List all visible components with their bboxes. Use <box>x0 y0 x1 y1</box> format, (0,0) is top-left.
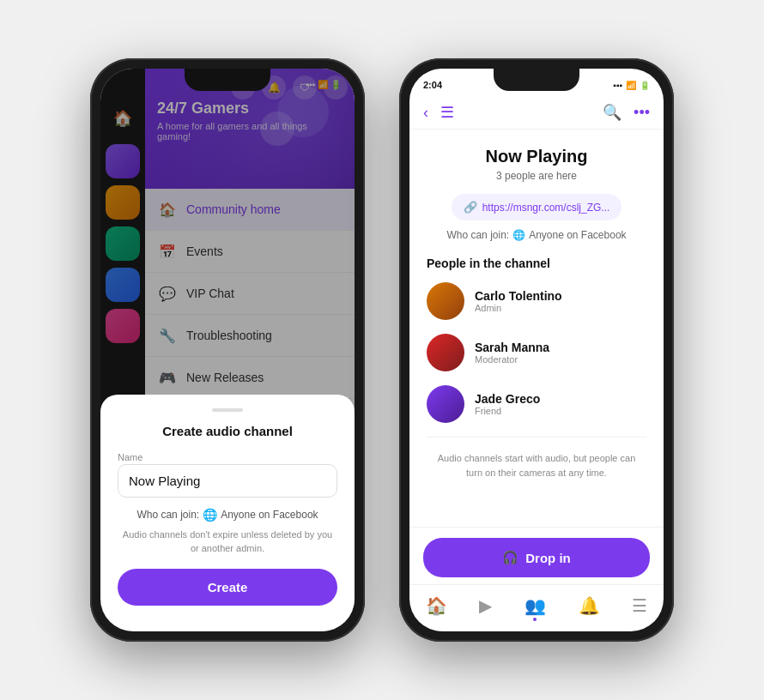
people-section-title: People in the channel <box>427 256 646 270</box>
modal-drag-handle[interactable] <box>212 408 243 412</box>
person-name-jade: Jade Greco <box>475 392 540 406</box>
person-info-carlo: Carlo Tolentino Admin <box>475 289 562 313</box>
p2-header-right: 🔍 ••• <box>603 103 650 122</box>
who-value: Anyone on Facebook <box>221 509 318 521</box>
create-button[interactable]: Create <box>118 569 337 606</box>
person-row-1: Carlo Tolentino Admin <box>427 282 646 320</box>
name-field-label: Name <box>118 452 337 462</box>
p2-header-left: ‹ ☰ <box>423 103 454 122</box>
who-join-row: Who can join: 🌐 Anyone on Facebook <box>427 229 646 241</box>
p2-signal: ▪▪▪ <box>613 81 622 90</box>
person-name-sarah: Sarah Manna <box>475 341 549 354</box>
tab-home[interactable]: 🏠 <box>415 592 458 619</box>
p2-header: ‹ ☰ 🔍 ••• <box>409 96 664 130</box>
channel-info-text: Audio channels start with audio, but peo… <box>427 437 646 493</box>
globe-icon: 🌐 <box>203 508 217 522</box>
menu-icon[interactable]: ☰ <box>440 103 454 122</box>
headphones-icon: 🎧 <box>502 550 518 565</box>
notch-2 <box>494 69 579 91</box>
person-row-3: Jade Greco Friend <box>427 385 646 423</box>
p2-wifi: 📶 <box>626 81 636 90</box>
phone-2: 2:04 ▪▪▪ 📶 🔋 ‹ ☰ 🔍 ••• <box>399 58 674 642</box>
channel-subtitle: 3 people are here <box>427 170 646 182</box>
who-join-label: Who can join: <box>446 229 509 241</box>
drop-in-label: Drop in <box>525 551 571 565</box>
tab-notifications[interactable]: 🔔 <box>568 592 610 619</box>
phone2-content: 2:04 ▪▪▪ 📶 🔋 ‹ ☰ 🔍 ••• <box>409 69 664 631</box>
p2-main: Now Playing 3 people are here 🔗 https://… <box>409 130 664 527</box>
drop-in-section: 🎧 Drop in <box>409 527 664 584</box>
channel-link[interactable]: 🔗 https://msngr.com/cslj_ZG... <box>452 194 622 220</box>
active-dot <box>533 618 537 621</box>
channel-name-input[interactable] <box>118 464 337 498</box>
person-info-sarah: Sarah Manna Moderator <box>475 341 549 365</box>
who-label: Who can join: <box>136 509 199 521</box>
person-role-sarah: Moderator <box>475 354 549 365</box>
person-role-carlo: Admin <box>475 303 562 313</box>
search-icon[interactable]: 🔍 <box>603 103 622 122</box>
person-name-carlo: Carlo Tolentino <box>475 289 562 303</box>
channel-title: Now Playing <box>427 147 646 166</box>
p2-battery: 🔋 <box>640 81 650 90</box>
p2-signal-icons: ▪▪▪ 📶 🔋 <box>613 81 650 90</box>
more-icon[interactable]: ••• <box>634 104 650 122</box>
phone1-content: ▪▪▪ 📶 🔋 🏠 <box>100 69 355 631</box>
p2-time: 2:04 <box>423 80 442 90</box>
who-can-join-row: Who can join: 🌐 Anyone on Facebook <box>118 508 337 522</box>
person-info-jade: Jade Greco Friend <box>475 392 540 416</box>
drop-in-button[interactable]: 🎧 Drop in <box>423 538 650 577</box>
modal-overlay[interactable]: Create audio channel Name Who can join: … <box>100 69 355 631</box>
who-join-value: Anyone on Facebook <box>529 229 626 241</box>
modal-disclaimer: Audio channels don't expire unless delet… <box>118 528 337 555</box>
phone-1: ▪▪▪ 📶 🔋 🏠 <box>90 58 365 642</box>
tab-play[interactable]: ▶ <box>469 592 502 619</box>
tab-community[interactable]: 👥 <box>514 592 556 619</box>
person-row-2: Sarah Manna Moderator <box>427 334 646 371</box>
avatar-sarah <box>427 334 464 371</box>
back-icon[interactable]: ‹ <box>423 104 428 122</box>
avatar-carlo <box>427 282 464 320</box>
person-role-jade: Friend <box>475 406 540 416</box>
create-audio-channel-modal: Create audio channel Name Who can join: … <box>100 395 355 631</box>
p2-bottom-nav: 🏠 ▶ 👥 🔔 ☰ <box>409 584 664 631</box>
tab-menu[interactable]: ☰ <box>622 592 658 619</box>
avatar-jade <box>427 385 464 423</box>
link-text: https://msngr.com/cslj_ZG... <box>482 202 610 214</box>
modal-title: Create audio channel <box>118 424 337 438</box>
link-icon: 🔗 <box>464 201 477 214</box>
who-join-globe: 🌐 <box>512 229 525 241</box>
